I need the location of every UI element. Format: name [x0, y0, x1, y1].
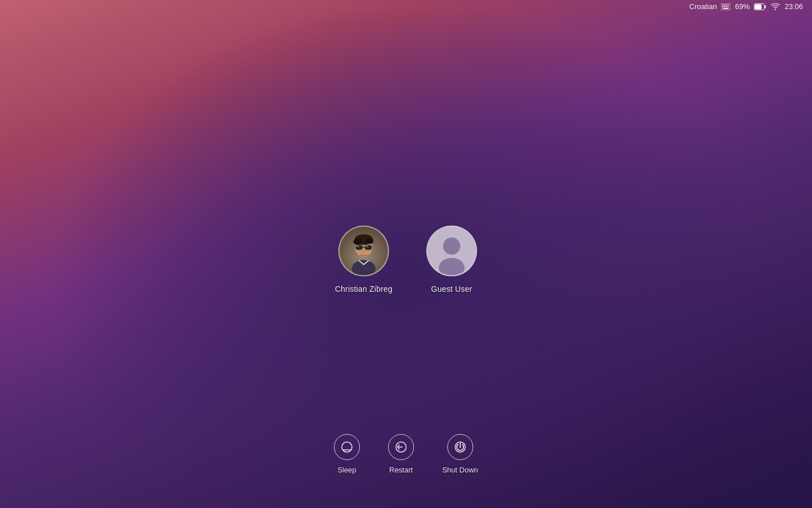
battery-percentage: 69% [735, 2, 749, 11]
svg-point-21 [356, 245, 360, 247]
user-avatar-guest [426, 226, 477, 277]
svg-point-23 [362, 251, 365, 253]
restart-label: Restart [389, 466, 413, 474]
user-item-guest[interactable]: Guest User [426, 226, 477, 294]
restart-control[interactable]: Restart [388, 434, 414, 474]
sleep-label: Sleep [338, 466, 356, 474]
svg-point-26 [443, 238, 461, 255]
user-name-guest: Guest User [431, 284, 473, 294]
user-name-christian: Christian Zibreg [335, 284, 392, 294]
sleep-icon [340, 440, 354, 454]
svg-rect-9 [723, 8, 729, 9]
svg-rect-6 [724, 6, 725, 7]
svg-rect-11 [765, 5, 766, 8]
svg-rect-7 [726, 6, 727, 7]
svg-rect-2 [724, 5, 725, 6]
keyboard-layout: Croatian [689, 2, 717, 11]
svg-point-17 [366, 239, 373, 244]
power-icon [453, 440, 467, 454]
keyboard-icon [721, 3, 730, 10]
svg-point-16 [354, 239, 362, 245]
shutdown-icon-circle [447, 434, 473, 460]
sleep-control[interactable]: Sleep [334, 434, 360, 474]
sleep-icon-circle [334, 434, 360, 460]
clock-time: 23:06 [784, 2, 803, 11]
svg-point-28 [342, 442, 352, 452]
shutdown-control[interactable]: Shut Down [442, 434, 478, 474]
status-bar: Croatian 69% 23:0 [680, 0, 812, 13]
svg-rect-1 [722, 5, 723, 6]
svg-point-22 [365, 245, 369, 247]
wifi-icon [771, 3, 780, 10]
restart-icon [394, 440, 408, 454]
svg-rect-12 [755, 4, 762, 9]
svg-rect-4 [727, 5, 729, 6]
battery-icon [754, 3, 766, 10]
svg-rect-5 [722, 6, 723, 7]
bottom-controls: Sleep Restart Shut Down [334, 434, 478, 474]
svg-rect-3 [726, 5, 727, 6]
restart-icon-circle [388, 434, 414, 460]
user-avatar-christian [338, 226, 389, 277]
user-item-christian[interactable]: Christian Zibreg [335, 226, 392, 294]
shutdown-label: Shut Down [442, 466, 478, 474]
svg-rect-8 [727, 6, 729, 7]
users-container: Christian Zibreg Guest User [335, 226, 477, 294]
